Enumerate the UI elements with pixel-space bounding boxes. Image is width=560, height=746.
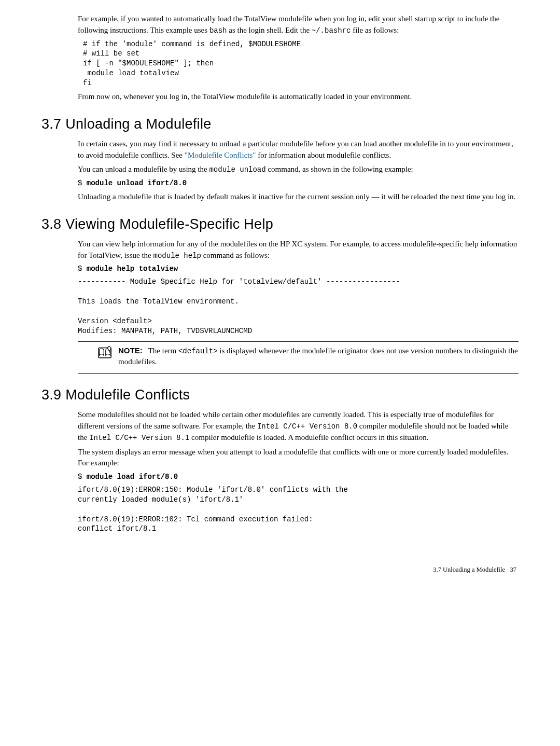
link-modulefile-conflicts[interactable]: "Modulefile Conflicts" — [185, 151, 256, 159]
output-block: ----------- Module Specific Help for 'to… — [78, 277, 519, 336]
paragraph: The system displays an error message whe… — [78, 447, 519, 469]
text: command as follows: — [201, 251, 270, 259]
section-title: Unloading a Modulefile — [65, 116, 211, 132]
paragraph: Unloading a modulefile that is loaded by… — [78, 191, 519, 203]
section-title: Modulefile Conflicts — [65, 387, 190, 403]
footer-section: 3.7 Unloading a Modulefile — [433, 566, 505, 573]
bash-code-block: # if the 'module' command is defined, $M… — [83, 39, 519, 88]
text: command, as shown in the following examp… — [266, 165, 413, 173]
command: module help totalview — [87, 265, 178, 273]
paragraph: You can view help information for any of… — [78, 239, 519, 261]
note-block: NOTE: The term <default> is displayed wh… — [78, 341, 519, 374]
section-number: 3.9 — [41, 387, 61, 403]
note-text: NOTE: The term <default> is displayed wh… — [118, 345, 519, 368]
section-number: 3.8 — [41, 216, 61, 232]
prompt: $ — [78, 179, 87, 187]
divider — [78, 341, 519, 342]
text: The term — [148, 347, 178, 355]
footer-page-number: 37 — [510, 566, 517, 573]
section-3-8-body: You can view help information for any of… — [78, 239, 519, 336]
intro-paragraph-1: For example, if you wanted to automatica… — [78, 13, 519, 36]
prompt: $ — [78, 265, 87, 273]
paragraph: Some modulefiles should not be loaded wh… — [78, 409, 519, 443]
intro-paragraph-2: From now on, whenever you log in, the To… — [78, 91, 519, 103]
inline-code: module unload — [209, 165, 265, 174]
section-number: 3.7 — [41, 116, 61, 132]
prompt: $ — [78, 473, 87, 481]
inline-code: module help — [153, 252, 201, 260]
inline-code: ~/.bashrc — [312, 26, 351, 35]
command: module unload ifort/8.0 — [87, 179, 187, 187]
section-3-7-body: In certain cases, you may find it necess… — [78, 139, 519, 203]
page-footer: 3.7 Unloading a Modulefile 37 — [41, 565, 519, 574]
command-block: $ module load ifort/8.0 — [78, 472, 519, 482]
command-block: $ module unload ifort/8.0 — [78, 178, 519, 188]
output-block: ifort/8.0(19):ERROR:150: Module 'ifort/8… — [78, 485, 519, 534]
section-title: Viewing Modulefile-Specific Help — [65, 216, 273, 232]
section-3-9-body: Some modulefiles should not be loaded wh… — [78, 409, 519, 534]
inline-code: <default> — [178, 347, 218, 355]
paragraph: You can unload a modulefile by using the… — [78, 164, 519, 175]
note-label: NOTE: — [118, 346, 143, 355]
paragraph: In certain cases, you may find it necess… — [78, 139, 519, 161]
inline-code: bash — [209, 26, 227, 35]
intro-block-2: From now on, whenever you log in, the To… — [78, 91, 519, 103]
text: as the login shell. Edit the — [227, 26, 311, 34]
intro-block: For example, if you wanted to automatica… — [78, 13, 519, 36]
command: module load ifort/8.0 — [87, 473, 178, 481]
inline-code: Intel C/C++ Version 8.1 — [89, 434, 189, 442]
note-row: NOTE: The term <default> is displayed wh… — [97, 345, 519, 368]
text: You can unload a modulefile by using the — [78, 165, 209, 173]
text: for information about modulefile conflic… — [256, 151, 391, 159]
section-heading-3-7: 3.7 Unloading a Modulefile — [41, 114, 519, 134]
section-heading-3-9: 3.9 Modulefile Conflicts — [41, 385, 519, 405]
page: For example, if you wanted to automatica… — [0, 0, 560, 595]
text: file as follows: — [351, 26, 399, 34]
divider — [78, 373, 519, 374]
inline-code: Intel C/C++ Version 8.0 — [257, 422, 357, 431]
section-heading-3-8: 3.8 Viewing Modulefile-Specific Help — [41, 214, 519, 234]
text: You can view help information for any of… — [78, 240, 517, 259]
note-icon — [97, 346, 112, 361]
command-block: $ module help totalview — [78, 264, 519, 274]
text: compiler modulefile is loaded. A modulef… — [189, 433, 428, 441]
